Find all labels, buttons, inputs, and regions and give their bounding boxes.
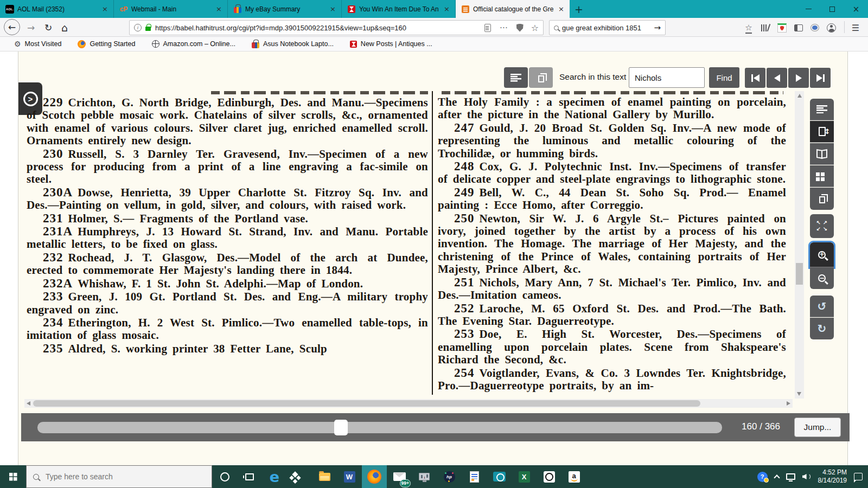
search-query-text[interactable]: gue great exhibition 1851 bbox=[562, 24, 650, 32]
network-display-icon[interactable] bbox=[786, 473, 795, 480]
bookmark-asus[interactable]: Asus Notebook Lapto... bbox=[252, 40, 334, 48]
taskbar-firefox-active[interactable] bbox=[362, 465, 387, 488]
vertical-scroll-thumb[interactable] bbox=[796, 263, 803, 285]
tab-webmail[interactable]: cP Webmail - Main × bbox=[114, 0, 228, 18]
copy-icon bbox=[538, 75, 544, 82]
taskbar-search-input[interactable] bbox=[44, 472, 186, 481]
bookmark-star-icon[interactable]: ☆ bbox=[531, 23, 539, 33]
horizontal-scrollbar[interactable] bbox=[24, 399, 793, 408]
scroll-right-arrow[interactable] bbox=[787, 401, 790, 406]
taskbar-dropbox[interactable] bbox=[287, 465, 312, 488]
firefox-icon bbox=[367, 470, 381, 484]
taskbar-edge[interactable]: e bbox=[262, 465, 287, 488]
hamburger-icon: ☰ bbox=[852, 23, 859, 33]
last-result-button[interactable] bbox=[810, 68, 831, 88]
home-button[interactable]: ⌂ bbox=[58, 20, 72, 35]
jump-button[interactable]: Jump... bbox=[794, 418, 841, 437]
reader-view-icon[interactable] bbox=[484, 24, 491, 32]
browser-search-field[interactable]: gue great exhibition 1851 → bbox=[549, 20, 666, 35]
tracking-shield-icon[interactable] bbox=[516, 24, 524, 32]
taskbar-mail[interactable]: 99+ bbox=[387, 465, 412, 488]
help-icon[interactable]: ? bbox=[757, 472, 768, 482]
taskbar-report-app[interactable] bbox=[462, 465, 487, 488]
action-center-icon[interactable] bbox=[854, 473, 863, 480]
reload-button[interactable]: ↻ bbox=[41, 20, 55, 35]
restore-button[interactable] bbox=[820, 0, 844, 18]
next-result-button[interactable] bbox=[788, 68, 809, 88]
url-text[interactable]: https://babel.hathitrust.org/cgi/pt?id=m… bbox=[155, 24, 480, 32]
horizontal-scroll-thumb[interactable] bbox=[33, 400, 700, 407]
windows-taskbar: e W 99+ hp X a ? 4:52 PM 8/14/2019 bbox=[0, 465, 868, 488]
taskbar-file-explorer[interactable] bbox=[312, 465, 337, 488]
page-actions-icon[interactable]: ⋯ bbox=[500, 23, 508, 33]
scroll-view-button[interactable] bbox=[810, 99, 834, 120]
taskbar-task-view[interactable] bbox=[237, 465, 262, 488]
prev-result-button[interactable] bbox=[767, 68, 787, 88]
sidebar-button[interactable] bbox=[792, 21, 805, 35]
account-button[interactable] bbox=[825, 21, 838, 35]
tray-chevron-up-icon[interactable] bbox=[774, 474, 780, 480]
copy-pages-button[interactable] bbox=[529, 67, 553, 88]
bookmark-getting-started[interactable]: Getting Started bbox=[78, 40, 135, 48]
tab-ebay[interactable]: My eBay Summary × bbox=[228, 0, 342, 18]
tab-catalogue-active[interactable]: Official catalogue of the Great e × bbox=[456, 0, 570, 18]
seek-track[interactable] bbox=[37, 422, 722, 433]
plain-text-view-button[interactable] bbox=[810, 188, 834, 210]
taskbar-system-monitor[interactable] bbox=[412, 465, 437, 488]
search-in-text-input[interactable] bbox=[629, 67, 705, 88]
bookmark-new-posts[interactable]: New Posts | Antiques ... bbox=[350, 40, 432, 48]
close-tab-icon[interactable]: × bbox=[443, 5, 451, 13]
scroll-down-arrow[interactable] bbox=[797, 392, 801, 396]
close-tab-icon[interactable]: × bbox=[215, 5, 223, 13]
rotate-right-button[interactable]: ↻ bbox=[810, 318, 834, 339]
menu-button[interactable]: ☰ bbox=[848, 21, 863, 35]
taskbar-hp-support[interactable]: hp bbox=[437, 465, 462, 488]
speaker-icon[interactable] bbox=[802, 473, 811, 480]
rotate-left-button[interactable]: ↺ bbox=[810, 296, 834, 317]
zoom-out-button[interactable]: − bbox=[810, 267, 834, 289]
first-result-button[interactable] bbox=[745, 68, 765, 88]
taskbar-search-box[interactable] bbox=[26, 465, 212, 488]
taskbar-cortana[interactable] bbox=[212, 465, 237, 488]
taskbar-excel[interactable]: X bbox=[512, 465, 537, 488]
seek-thumb[interactable] bbox=[334, 420, 348, 435]
taskbar-word[interactable]: W bbox=[337, 465, 362, 488]
translate-extension-button[interactable] bbox=[808, 21, 821, 35]
scroll-left-arrow[interactable] bbox=[27, 401, 30, 406]
close-window-button[interactable]: × bbox=[844, 0, 868, 18]
search-go-icon[interactable]: → bbox=[654, 23, 661, 33]
back-button[interactable]: ← bbox=[4, 19, 20, 35]
two-page-view-button[interactable] bbox=[810, 143, 834, 165]
open-book-icon bbox=[816, 150, 828, 158]
bookmark-most-visited[interactable]: ⚙ Most Visited bbox=[14, 40, 61, 48]
scroll-up-arrow[interactable] bbox=[797, 94, 802, 98]
tab-you-win-item[interactable]: You Win An Item Due To An Ac × bbox=[342, 0, 456, 18]
start-button[interactable] bbox=[0, 465, 26, 488]
search-icon bbox=[33, 474, 39, 480]
close-tab-icon[interactable]: × bbox=[329, 5, 337, 13]
close-tab-icon[interactable]: × bbox=[101, 5, 109, 13]
page-info-icon[interactable]: i bbox=[134, 24, 142, 31]
thumbnail-view-button[interactable] bbox=[810, 165, 834, 187]
forward-button[interactable]: → bbox=[24, 20, 38, 35]
taskbar-photo-app[interactable] bbox=[537, 465, 561, 488]
taskbar-clock[interactable]: 4:52 PM 8/14/2019 bbox=[818, 468, 847, 485]
one-page-view-button[interactable]: ↕ bbox=[810, 121, 834, 143]
save-to-toolbar-button[interactable]: ☆ bbox=[742, 21, 755, 35]
aperture-icon bbox=[544, 471, 555, 483]
taskbar-camera-app[interactable] bbox=[487, 465, 512, 488]
taskbar-amazon[interactable]: a bbox=[561, 465, 586, 488]
bookmark-amazon[interactable]: Amazon.com – Online... bbox=[152, 40, 235, 48]
vertical-scrollbar[interactable] bbox=[795, 91, 804, 399]
library-button[interactable] bbox=[758, 21, 771, 35]
fullscreen-button[interactable]: ↖↗↙↘ bbox=[810, 214, 834, 238]
find-button[interactable]: Find bbox=[709, 67, 739, 88]
minimize-button[interactable] bbox=[796, 0, 820, 18]
new-tab-button[interactable]: + bbox=[570, 0, 588, 18]
url-bar[interactable]: i https://babel.hathitrust.org/cgi/pt?id… bbox=[129, 20, 544, 35]
close-tab-icon[interactable]: × bbox=[557, 5, 565, 13]
zoom-in-button[interactable]: + bbox=[810, 242, 834, 267]
tab-aol-mail[interactable]: AOL. AOL Mail (2352) × bbox=[0, 0, 114, 18]
extension-button[interactable] bbox=[775, 21, 788, 35]
contents-list-button[interactable] bbox=[504, 67, 528, 88]
